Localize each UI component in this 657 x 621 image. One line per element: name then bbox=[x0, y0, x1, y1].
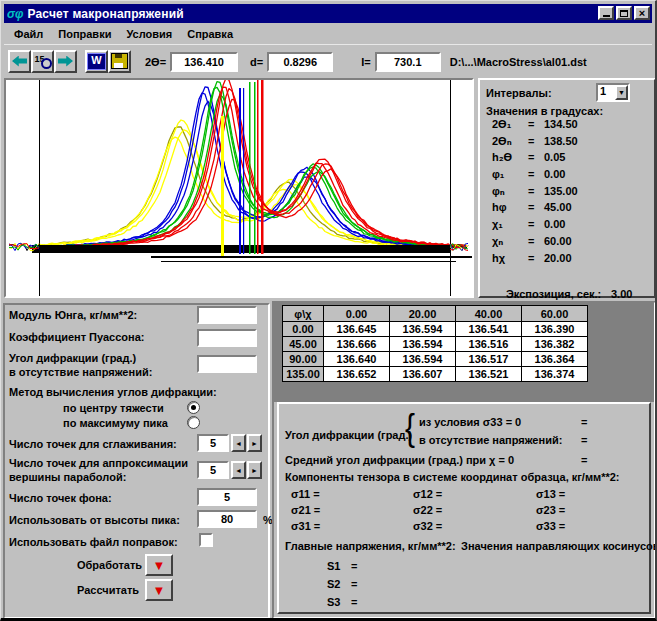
equals-sign: = bbox=[528, 118, 544, 135]
two-theta-label: 2Ɵ= bbox=[145, 56, 166, 68]
principal-stresses-list: S1=S2=S3= bbox=[327, 560, 357, 614]
tensor-component: σ23 = bbox=[532, 504, 652, 520]
find-angle-button[interactable]: 15 bbox=[31, 50, 54, 73]
principal-stress-label: S2 bbox=[327, 578, 351, 596]
degrees-section-title: Значения в градусах: bbox=[486, 105, 603, 117]
principal-stress-row: S3= bbox=[327, 596, 357, 614]
table-cell[interactable]: 136.364 bbox=[522, 352, 587, 366]
equals-sign: = bbox=[528, 151, 544, 168]
equals-sign: = bbox=[528, 252, 544, 269]
value-label: 2Ɵₙ bbox=[492, 135, 528, 152]
peak-height-input[interactable]: 80 bbox=[197, 510, 257, 528]
approx-spin-up-button[interactable]: ► bbox=[247, 461, 262, 479]
smoothing-spin-up-button[interactable]: ► bbox=[247, 434, 262, 452]
equals-sign: = bbox=[528, 218, 544, 235]
value-row: χₙ=60.00 bbox=[492, 235, 578, 252]
save-button[interactable] bbox=[108, 50, 131, 73]
table-row-header: 135.00 bbox=[283, 367, 323, 381]
menu-item-corrections[interactable]: Поправки bbox=[58, 28, 111, 40]
method-option-peakmax-radio[interactable] bbox=[187, 416, 200, 429]
equals-sign: = bbox=[528, 235, 544, 252]
tensor-component: σ12 = bbox=[409, 488, 532, 504]
equals-sign: = bbox=[528, 185, 544, 202]
young-modulus-label: Модуль Юнга, кг/мм**2: bbox=[9, 309, 137, 321]
intensity-value: 730.1 bbox=[375, 52, 441, 72]
direction-cosines-title: Значения направляющих косинусов: bbox=[461, 540, 657, 552]
close-button[interactable]: × bbox=[634, 6, 650, 20]
menu-bar: Файл Поправки Условия Справка bbox=[4, 23, 652, 44]
diffraction-angle-input[interactable] bbox=[197, 355, 257, 373]
table-cell[interactable]: 136.374 bbox=[522, 367, 587, 381]
table-cell[interactable]: 136.517 bbox=[456, 352, 521, 366]
save-icon bbox=[111, 53, 128, 69]
table-cell[interactable]: 136.594 bbox=[390, 337, 455, 351]
value-label: χₙ bbox=[492, 235, 528, 252]
method-option-centroid-radio[interactable] bbox=[187, 401, 200, 414]
table-cell[interactable]: 136.652 bbox=[324, 367, 389, 381]
angles-table-zone: φ\χ0.0020.0040.0060.000.00136.645136.594… bbox=[274, 303, 654, 402]
value-row: χ₁=0.00 bbox=[492, 218, 578, 235]
calculate-button[interactable]: ▼ bbox=[145, 579, 173, 601]
intervals-label: Интервалы: bbox=[486, 87, 552, 99]
title-bar[interactable]: σφ Расчет макронапряжений × bbox=[4, 4, 652, 23]
smoothing-points-input[interactable]: 5 bbox=[197, 434, 229, 452]
minimize-button[interactable] bbox=[598, 6, 614, 20]
value-row: φₙ=135.00 bbox=[492, 185, 578, 202]
tensor-component: σ11 = bbox=[287, 488, 409, 504]
table-cell[interactable]: 136.390 bbox=[522, 322, 587, 336]
approx-spin-down-button[interactable]: ◄ bbox=[231, 461, 246, 479]
menu-item-file[interactable]: Файл bbox=[14, 28, 43, 40]
value-row: φ₁=0.00 bbox=[492, 168, 578, 185]
back-button[interactable] bbox=[8, 50, 31, 73]
table-row-header: 90.00 bbox=[283, 352, 323, 366]
d-label: d= bbox=[250, 56, 263, 68]
value-row: hχ=20.00 bbox=[492, 252, 578, 269]
combo-dropdown-button[interactable]: ▼ bbox=[615, 85, 628, 100]
tensor-component: σ21 = bbox=[287, 504, 409, 520]
forward-button[interactable] bbox=[54, 50, 77, 73]
table-cell[interactable]: 136.607 bbox=[390, 367, 455, 381]
principal-stresses-title: Главные напряжения, кг/мм**2: bbox=[285, 540, 456, 552]
menu-item-conditions[interactable]: Условия bbox=[126, 28, 172, 40]
approx-points-label-line1: Число точек для аппроксимации bbox=[9, 457, 188, 469]
table-col-header: 60.00 bbox=[522, 306, 587, 321]
table-cell[interactable]: 136.382 bbox=[522, 337, 587, 351]
intervals-combobox[interactable]: 1 ▼ bbox=[596, 83, 630, 102]
d-value: 0.8296 bbox=[267, 52, 333, 72]
table-cell[interactable]: 136.640 bbox=[324, 352, 389, 366]
table-cell[interactable]: 136.541 bbox=[456, 322, 521, 336]
maximize-icon bbox=[620, 10, 628, 17]
background-points-input[interactable]: 5 bbox=[197, 488, 257, 506]
tensor-component: σ22 = bbox=[409, 504, 532, 520]
approx-points-input[interactable]: 5 bbox=[197, 461, 229, 479]
value-row: 2Ɵₙ=138.50 bbox=[492, 135, 578, 152]
table-cell[interactable]: 136.594 bbox=[390, 352, 455, 366]
corrections-file-checkbox[interactable] bbox=[199, 533, 213, 547]
maximize-button[interactable] bbox=[616, 6, 632, 20]
value-number: 20.00 bbox=[544, 252, 572, 269]
word-export-button[interactable]: W bbox=[85, 50, 108, 73]
run-arrow-icon: ▼ bbox=[153, 558, 166, 573]
poisson-input[interactable] bbox=[197, 329, 257, 347]
menu-item-help[interactable]: Справка bbox=[187, 28, 233, 40]
smoothing-spin-down-button[interactable]: ◄ bbox=[231, 434, 246, 452]
value-number: 138.50 bbox=[544, 135, 578, 152]
close-icon: × bbox=[639, 9, 645, 18]
poisson-label: Коэффициент Пуассона: bbox=[9, 331, 144, 343]
table-cell[interactable]: 136.666 bbox=[324, 337, 389, 351]
table-cell[interactable]: 136.594 bbox=[390, 322, 455, 336]
principal-stress-row: S2= bbox=[327, 578, 357, 596]
process-button[interactable]: ▼ bbox=[145, 554, 173, 576]
diffraction-angle-label-line2: в отсутствие напряжений: bbox=[9, 366, 152, 378]
tensor-component: σ33 = bbox=[532, 520, 652, 536]
spin-right-icon: ► bbox=[251, 440, 258, 447]
table-cell[interactable]: 136.645 bbox=[324, 322, 389, 336]
table-cell[interactable]: 136.521 bbox=[456, 367, 521, 381]
table-cell[interactable]: 136.516 bbox=[456, 337, 521, 351]
young-modulus-input[interactable] bbox=[197, 306, 257, 324]
intervals-value: 1 bbox=[600, 85, 606, 97]
value-number: 134.50 bbox=[544, 118, 578, 135]
diffraction-chart[interactable] bbox=[6, 80, 472, 296]
value-number: 60.00 bbox=[544, 235, 572, 252]
diffraction-angle-label-line1: Угол дифракции (град.) bbox=[9, 352, 136, 364]
